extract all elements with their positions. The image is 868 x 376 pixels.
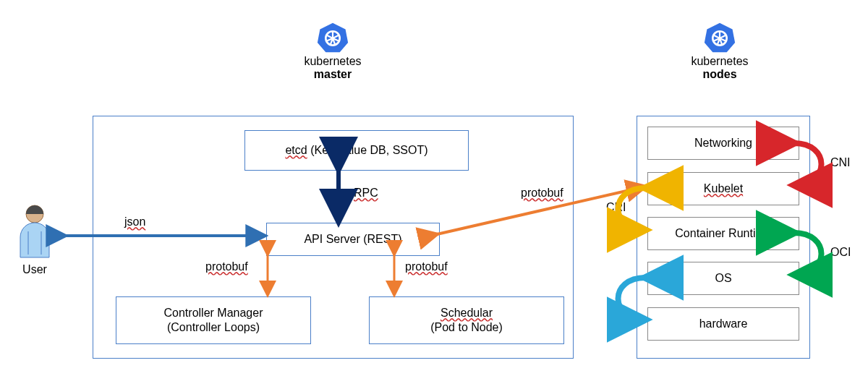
api-server-box: API Server (REST) (266, 223, 440, 256)
master-heading: kubernetes master (260, 22, 405, 81)
master-title-prefix: kubernetes (304, 55, 361, 67)
svg-point-9 (331, 37, 334, 40)
sched-l2: (Pod to Node) (430, 321, 503, 333)
oci-label: OCI (830, 246, 851, 259)
scheduler-box: Schedular (Pod to Node) (369, 296, 564, 344)
kubernetes-icon (317, 22, 349, 54)
cri-label: CRI (606, 201, 626, 214)
protobuf-label-2: protobuf (405, 260, 448, 273)
runtime-label: Container Runtime (675, 226, 771, 241)
os-box: OS (647, 262, 799, 295)
sched-l1: Schedular (441, 307, 493, 319)
user-label: User (13, 263, 56, 276)
kubelet-label: Kubelet (704, 181, 743, 196)
protobuf-label-1: protobuf (205, 260, 248, 273)
hardware-label: hardware (699, 317, 748, 331)
kubernetes-icon (704, 22, 736, 54)
controller-manager-box: Controller Manager (Controller Loops) (116, 296, 311, 344)
nodes-title-prefix: kubernetes (691, 55, 748, 67)
user-icon: User (13, 202, 56, 276)
cni-label: CNI (830, 156, 851, 169)
os-label: OS (715, 271, 731, 286)
master-title-bold: master (314, 68, 352, 80)
json-label: json (124, 215, 145, 228)
ctrl-l1: Controller Manager (164, 307, 263, 319)
svg-point-19 (718, 37, 721, 40)
hardware-box: hardware (647, 307, 799, 341)
container-runtime-box: Container Runtime (647, 217, 799, 250)
protobuf-big-label: protobuf (521, 187, 563, 200)
etcd-rest: (Key-Value DB, SSOT) (307, 144, 428, 156)
networking-label: Networking (694, 136, 752, 150)
ctrl-l2: (Controller Loops) (167, 321, 260, 333)
kubelet-box: Kubelet (647, 172, 799, 205)
api-label: API Server (REST) (304, 232, 401, 247)
grpc-label: gRPC (347, 187, 378, 200)
etcd-underlined: etcd (285, 144, 307, 156)
etcd-box: etcd (Key-Value DB, SSOT) (244, 130, 469, 171)
networking-box: Networking (647, 127, 799, 160)
nodes-title-bold: nodes (702, 68, 736, 80)
nodes-heading: kubernetes nodes (647, 22, 792, 81)
